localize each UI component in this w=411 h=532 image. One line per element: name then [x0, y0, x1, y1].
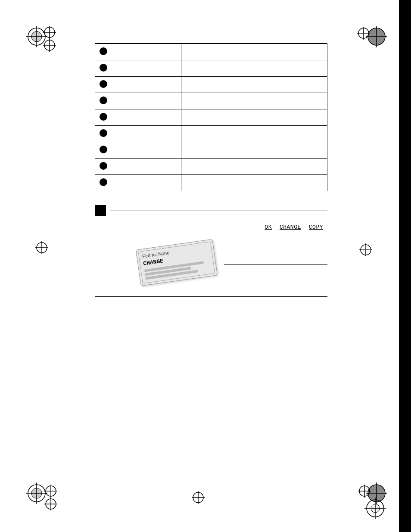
bullet-icon-2 — [100, 64, 107, 72]
bullet-icon-3 — [100, 80, 107, 88]
table-cell-bullet-9 — [95, 175, 181, 191]
reg-mark-top-left-3 — [43, 39, 56, 53]
table-row — [95, 109, 327, 126]
note-section: OK CHANGE COPY Fed to: None CHANGE — [95, 205, 327, 281]
table-cell-content-4 — [181, 93, 327, 109]
reg-mark-bot-left-3 — [44, 498, 57, 512]
table-cell-bullet-5 — [95, 109, 181, 126]
table-cell-bullet-3 — [95, 77, 181, 93]
table-cell-content-7 — [181, 142, 327, 159]
action-line: OK CHANGE COPY — [95, 224, 327, 230]
table-cell-content-8 — [181, 159, 327, 175]
reg-mark-top-left-2 — [43, 26, 56, 40]
table-cell-bullet-8 — [95, 159, 181, 175]
action-copy[interactable]: COPY — [309, 224, 323, 230]
bullet-icon-1 — [100, 47, 107, 55]
reg-mark-bot-left-2 — [44, 485, 57, 499]
data-table — [95, 44, 327, 191]
table-cell-bullet-7 — [95, 142, 181, 159]
bullet-icon-9 — [100, 178, 107, 186]
action-ok[interactable]: OK — [265, 224, 272, 230]
note-block-icon — [95, 205, 106, 216]
bullet-icon-5 — [100, 113, 107, 121]
bullet-icon-7 — [100, 146, 107, 153]
table-cell-content-3 — [181, 77, 327, 93]
card-line — [224, 264, 327, 265]
table-cell-content-5 — [181, 109, 327, 126]
ticket-card: Fed to: None CHANGE — [136, 239, 218, 286]
table-cell-content-9 — [181, 175, 327, 191]
reg-mark-bot-right-3 — [364, 498, 386, 521]
table-cell-bullet-4 — [95, 93, 181, 109]
table-row — [95, 44, 327, 60]
table-cell-bullet-1 — [95, 44, 181, 60]
reg-mark-top-right-2 — [357, 27, 370, 41]
reg-mark-mid-left — [35, 241, 48, 256]
card-illustration: Fed to: None CHANGE — [95, 244, 327, 281]
action-change[interactable]: CHANGE — [280, 224, 301, 230]
table-cell-content-2 — [181, 60, 327, 77]
note-header — [95, 205, 327, 216]
bullet-icon-4 — [100, 96, 107, 104]
note-header-line — [110, 211, 327, 211]
table-row — [95, 60, 327, 77]
table-row — [95, 159, 327, 175]
table-cell-bullet-2 — [95, 60, 181, 77]
table-row — [95, 77, 327, 93]
table-row — [95, 93, 327, 109]
reg-mark-bot-right-2 — [358, 485, 371, 499]
bullet-icon-6 — [100, 129, 107, 137]
table-cell-content-6 — [181, 126, 327, 142]
reg-mark-mid-right — [359, 243, 372, 258]
reg-mark-bot-center — [192, 491, 205, 506]
table-row — [95, 175, 327, 191]
right-sidebar — [399, 0, 411, 532]
main-content: OK CHANGE COPY Fed to: None CHANGE — [95, 43, 327, 297]
bottom-rule — [95, 296, 327, 297]
table-cell-bullet-6 — [95, 126, 181, 142]
bullet-icon-8 — [100, 162, 107, 170]
table-row — [95, 142, 327, 159]
table-cell-content-1 — [181, 44, 327, 60]
table-row — [95, 126, 327, 142]
